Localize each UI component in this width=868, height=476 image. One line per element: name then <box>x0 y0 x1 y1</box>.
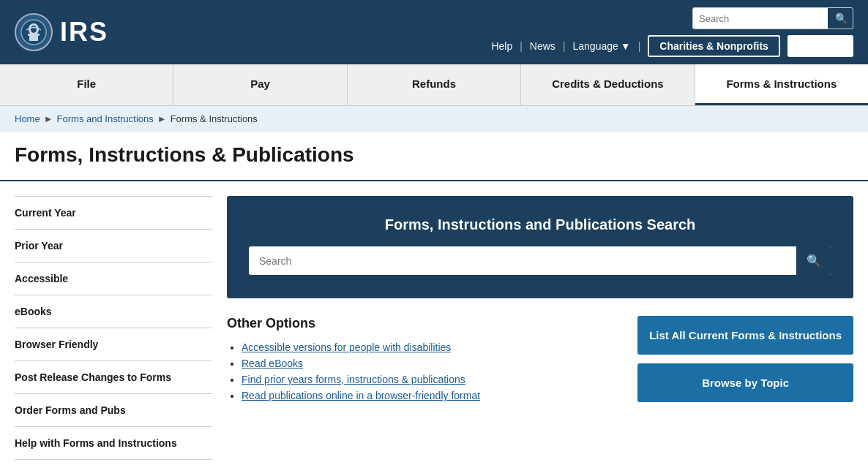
forms-search-bar[interactable]: 🔍 <box>249 246 831 275</box>
other-options-title: Other Options <box>227 316 623 331</box>
help-link[interactable]: Help <box>491 40 512 52</box>
forms-search-panel: Forms, Instructions and Publications Sea… <box>227 196 853 298</box>
list-all-forms-button[interactable]: List All Current Forms & Instructions <box>637 316 853 355</box>
read-ebooks-link[interactable]: Read eBooks <box>242 358 303 369</box>
other-options-left: Other Options Accessible versions for pe… <box>227 316 623 401</box>
main-content: Forms, Instructions and Publications Sea… <box>227 196 853 402</box>
tax-pros-button[interactable]: Tax Pros <box>787 35 853 57</box>
nav-file[interactable]: File <box>0 64 173 105</box>
charities-nonprofits-button[interactable]: Charities & Nonprofits <box>648 35 780 57</box>
page-title: Forms, Instructions & Publications <box>15 143 853 167</box>
breadcrumb-sep-1: ► <box>44 113 53 124</box>
header-nav: Help | News | Language ▼ | Charities & N… <box>491 35 853 57</box>
logo-area: IRS <box>15 13 108 51</box>
browse-by-topic-button[interactable]: Browse by Topic <box>637 363 853 402</box>
main-nav: File Pay Refunds Credits & Deductions Fo… <box>0 64 868 106</box>
prior-years-link[interactable]: Find prior years forms, instructions & p… <box>242 374 465 385</box>
svg-point-2 <box>31 26 37 33</box>
nav-refunds[interactable]: Refunds <box>348 64 521 105</box>
sidebar-item-browser-friendly[interactable]: Browser Friendly <box>15 328 212 361</box>
breadcrumb-home[interactable]: Home <box>15 113 40 124</box>
irs-seal <box>15 13 53 51</box>
nav-divider-2: | <box>563 40 566 52</box>
content-area: Current Year Prior Year Accessible eBook… <box>0 181 868 475</box>
svg-rect-4 <box>29 36 38 41</box>
chevron-down-icon: ▼ <box>621 40 631 52</box>
nav-forms[interactable]: Forms & Instructions <box>695 64 868 105</box>
breadcrumb-current: Forms & Instructions <box>171 113 258 124</box>
other-options-list: Accessible versions for people with disa… <box>227 341 623 401</box>
header-search[interactable]: 🔍 <box>692 7 853 29</box>
accessible-versions-link[interactable]: Accessible versions for people with disa… <box>242 341 451 353</box>
list-item: Accessible versions for people with disa… <box>242 341 623 353</box>
list-item: Find prior years forms, instructions & p… <box>242 374 623 385</box>
breadcrumb-forms-instructions[interactable]: Forms and Instructions <box>57 113 154 124</box>
sidebar-item-help-forms[interactable]: Help with Forms and Instructions <box>15 427 212 460</box>
other-options-right: List All Current Forms & Instructions Br… <box>637 316 853 402</box>
nav-pay[interactable]: Pay <box>173 64 347 105</box>
svg-rect-3 <box>28 34 40 36</box>
nav-divider-3: | <box>638 40 641 52</box>
page-title-area: Forms, Instructions & Publications <box>0 132 868 181</box>
breadcrumb-sep-2: ► <box>157 113 167 124</box>
sidebar: Current Year Prior Year Accessible eBook… <box>15 196 212 460</box>
language-button[interactable]: Language ▼ <box>573 40 631 52</box>
news-link[interactable]: News <box>530 40 555 52</box>
header-right: 🔍 Help | News | Language ▼ | Charities &… <box>491 7 853 57</box>
sidebar-item-post-release[interactable]: Post Release Changes to Forms <box>15 361 212 394</box>
header-search-button[interactable]: 🔍 <box>828 8 853 29</box>
list-item: Read publications online in a browser-fr… <box>242 390 623 401</box>
other-options-area: Other Options Accessible versions for pe… <box>227 316 853 402</box>
nav-credits[interactable]: Credits & Deductions <box>521 64 695 105</box>
breadcrumb: Home ► Forms and Instructions ► Forms & … <box>0 106 868 132</box>
sidebar-item-current-year[interactable]: Current Year <box>15 196 212 230</box>
sidebar-item-order-forms[interactable]: Order Forms and Pubs <box>15 394 212 427</box>
forms-search-button[interactable]: 🔍 <box>796 246 831 275</box>
sidebar-item-accessible[interactable]: Accessible <box>15 262 212 295</box>
header-search-input[interactable] <box>693 10 828 28</box>
forms-search-input[interactable] <box>249 248 796 274</box>
browser-format-link[interactable]: Read publications online in a browser-fr… <box>242 390 480 401</box>
nav-divider-1: | <box>520 40 523 52</box>
sidebar-item-ebooks[interactable]: eBooks <box>15 295 212 328</box>
sidebar-item-prior-year[interactable]: Prior Year <box>15 230 212 262</box>
site-header: IRS 🔍 Help | News | Language ▼ | Chariti… <box>0 0 868 64</box>
list-item: Read eBooks <box>242 358 623 369</box>
irs-logo-text: IRS <box>60 17 108 48</box>
search-panel-title: Forms, Instructions and Publications Sea… <box>249 216 831 233</box>
